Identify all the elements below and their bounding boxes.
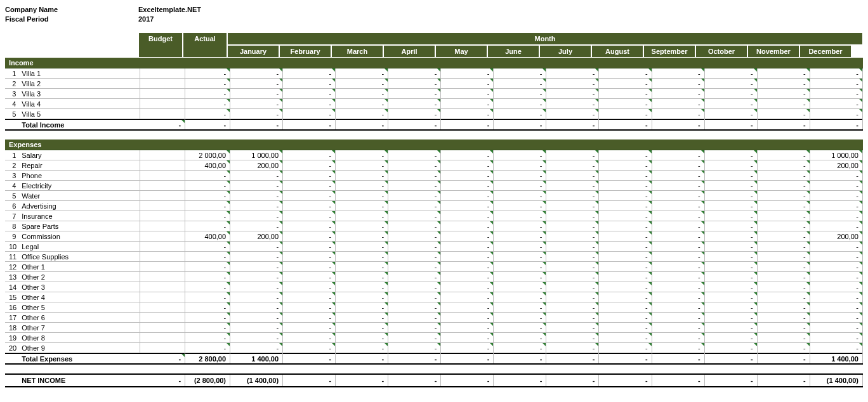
cell-month[interactable]: - [336,262,388,272]
cell-month[interactable]: - [652,221,704,231]
cell-month[interactable]: - [599,343,652,353]
cell-month[interactable]: - [546,89,599,99]
cell-budget[interactable] [140,191,185,201]
cell-month[interactable]: - [388,201,441,211]
cell-month[interactable]: - [388,302,441,313]
cell-budget[interactable] [140,231,185,242]
cell-month[interactable]: - [388,171,441,181]
cell-month[interactable]: - [441,282,494,292]
cell-month[interactable]: - [494,323,546,333]
cell-month[interactable]: - [546,252,599,262]
cell-month[interactable]: - [810,282,862,292]
cell-month[interactable]: - [336,171,388,181]
cell-month[interactable]: - [283,171,336,181]
cell-month[interactable]: - [336,191,388,201]
cell-month[interactable]: - [599,191,652,201]
cell-month[interactable]: - [810,272,862,282]
cell-month[interactable]: - [757,99,810,109]
cell-month[interactable]: - [336,272,388,282]
cell-month[interactable]: - [494,89,546,99]
cell-budget[interactable] [140,323,185,333]
cell-month[interactable]: - [599,79,652,89]
cell-month[interactable]: - [336,282,388,292]
cell-month[interactable]: - [757,181,810,191]
cell-actual[interactable]: - [185,343,230,353]
cell-month[interactable]: - [546,262,599,272]
cell-month[interactable]: - [757,191,810,201]
cell-month[interactable]: - [757,262,810,272]
cell-month[interactable]: - [388,252,441,262]
cell-month[interactable]: - [810,89,862,99]
cell-month[interactable]: - [652,262,704,272]
cell-budget[interactable] [140,282,185,292]
cell-budget[interactable] [140,68,185,79]
cell-month[interactable]: - [757,292,810,302]
cell-month[interactable]: - [230,89,283,99]
cell-actual[interactable]: - [185,302,230,313]
cell-month[interactable]: - [599,160,652,171]
cell-month[interactable]: - [546,99,599,109]
cell-budget[interactable] [140,242,185,252]
cell-month[interactable]: - [336,252,388,262]
cell-month[interactable]: - [388,231,441,242]
cell-month[interactable]: - [652,160,704,171]
cell-month[interactable]: - [810,333,862,343]
cell-month[interactable]: - [704,282,757,292]
cell-month[interactable]: - [599,333,652,343]
cell-month[interactable]: - [230,302,283,313]
cell-month[interactable]: - [336,201,388,211]
cell-month[interactable]: - [810,292,862,302]
cell-actual[interactable]: - [185,89,230,99]
cell-month[interactable]: - [810,323,862,333]
cell-month[interactable]: - [230,313,283,323]
cell-month[interactable]: - [599,211,652,221]
cell-month[interactable]: - [599,231,652,242]
cell-month[interactable]: - [757,201,810,211]
cell-month[interactable]: - [599,292,652,302]
cell-month[interactable]: - [494,242,546,252]
cell-month[interactable]: - [757,221,810,231]
cell-month[interactable]: - [599,201,652,211]
cell-month[interactable]: - [283,242,336,252]
cell-month[interactable]: - [599,313,652,323]
cell-actual[interactable]: - [185,99,230,109]
cell-month[interactable]: - [810,191,862,201]
cell-month[interactable]: - [441,89,494,99]
cell-month[interactable]: - [546,272,599,282]
cell-month[interactable]: - [757,323,810,333]
cell-month[interactable]: - [757,343,810,353]
cell-month[interactable]: - [336,343,388,353]
cell-month[interactable]: - [336,109,388,119]
cell-month[interactable]: - [704,109,757,119]
cell-month[interactable]: - [599,99,652,109]
cell-month[interactable]: - [441,343,494,353]
cell-actual[interactable]: - [185,282,230,292]
cell-month[interactable]: - [283,282,336,292]
cell-month[interactable]: - [388,343,441,353]
cell-month[interactable]: - [283,181,336,191]
cell-actual[interactable]: - [185,262,230,272]
cell-month[interactable]: - [230,343,283,353]
cell-month[interactable]: - [704,181,757,191]
cell-month[interactable]: - [652,292,704,302]
cell-month[interactable]: - [652,333,704,343]
cell-month[interactable]: - [704,171,757,181]
cell-month[interactable]: - [810,262,862,272]
cell-month[interactable]: - [283,302,336,313]
cell-month[interactable]: - [388,323,441,333]
cell-month[interactable]: - [388,221,441,231]
cell-month[interactable]: - [704,99,757,109]
cell-month[interactable]: - [546,201,599,211]
cell-month[interactable]: - [599,150,652,160]
cell-month[interactable]: - [652,109,704,119]
cell-month[interactable]: - [704,343,757,353]
cell-month[interactable]: - [704,252,757,262]
cell-month[interactable]: - [441,252,494,262]
cell-month[interactable]: - [546,333,599,343]
cell-month[interactable]: - [757,282,810,292]
cell-month[interactable]: - [546,160,599,171]
cell-month[interactable]: - [230,109,283,119]
cell-month[interactable]: - [757,302,810,313]
cell-month[interactable]: - [494,68,546,79]
cell-month[interactable]: - [494,160,546,171]
